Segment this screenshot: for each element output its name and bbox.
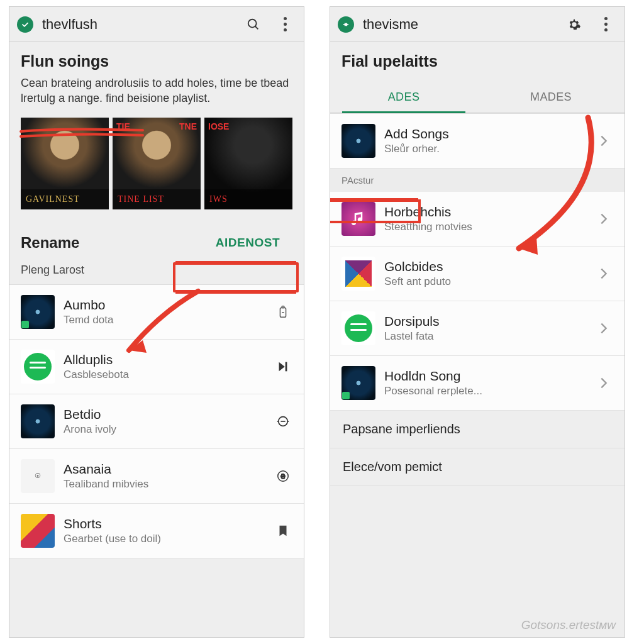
svg-line-1 [255, 26, 258, 29]
album-art-icon [341, 366, 375, 400]
page-heading: Fial upelaitts [341, 52, 613, 70]
app-icon [341, 257, 375, 291]
intro-heading: Flun soings [21, 52, 292, 70]
list-item-subtitle: Seft ant pduto [384, 275, 586, 288]
app-bar: thevisme [330, 7, 625, 42]
svg-marker-5 [279, 362, 285, 371]
list-item-title: Horbehchis [384, 204, 586, 219]
album-thumbnails: GAVILNEST TIE TNE TINE LIST IOSE IWS [9, 111, 304, 218]
footer-option[interactable]: Papsane imperliends [330, 411, 625, 448]
remove-icon[interactable] [274, 414, 292, 428]
intro-section: Flun soings Cean brateing androlusiis to… [9, 42, 304, 111]
bookmark-icon[interactable] [274, 524, 292, 538]
intro-body: Cean brateing androlusiis to add holes, … [21, 75, 292, 106]
list-item-title: Allduplis [64, 352, 265, 367]
rename-heading: Rename [21, 234, 79, 252]
list-item-subtitle: Lastel fata [384, 330, 586, 343]
app-title: thevisme [363, 16, 554, 33]
section-label: PAcstur [330, 169, 625, 192]
page-heading-section: Fial upelaitts [330, 42, 625, 80]
list-item-subtitle: Gearbet (use to doil) [64, 533, 265, 545]
album-art-icon [21, 404, 55, 438]
app-badge-icon [17, 16, 33, 33]
chevron-right-icon [594, 212, 613, 226]
list-item[interactable]: Horbehchis Steatthing motvies [330, 192, 625, 247]
album-art-icon [21, 295, 55, 329]
list-item-title: Shorts [64, 516, 265, 531]
footer-options: Papsane imperliends Elece/vom pemict [330, 411, 625, 486]
list-item-add-songs[interactable]: Add Songs Sleůr orher. [330, 114, 625, 169]
price-icon[interactable]: ₴ [274, 469, 292, 483]
chevron-right-icon [594, 134, 613, 148]
list-item[interactable]: Shorts Gearbet (use to doil) [9, 504, 304, 558]
list-item-title: Aumbo [64, 297, 265, 313]
list-item[interactable]: ⦿ Asanaia Tealiband mibvies ₴ [9, 449, 304, 504]
list-item-subtitle: Casblesebota [64, 369, 265, 381]
list-item[interactable]: Hodldn Song Posesonal rerplete... [330, 356, 625, 411]
chevron-right-icon [594, 267, 613, 280]
tab-mades[interactable]: MADES [477, 80, 625, 113]
list-item-subtitle: Posesonal rerplete... [384, 385, 586, 397]
battery-icon [274, 305, 292, 319]
list-item-subtitle: Arona ivoly [64, 423, 265, 436]
footer-option[interactable]: Elece/vom pemict [330, 448, 625, 486]
list-item[interactable]: Golcbides Seft ant pduto [330, 247, 625, 301]
app-title: thevlfush [42, 16, 233, 33]
list-item-subtitle: Sleůr orher. [384, 143, 586, 155]
overflow-menu-icon[interactable] [274, 13, 296, 36]
list-item-subtitle: Tealiband mibvies [64, 478, 265, 491]
album-thumb[interactable]: TIE TNE TINE LIST [113, 118, 201, 209]
list-item-title: Add Songs [384, 126, 586, 142]
list-item-title: Hodldn Song [384, 369, 586, 384]
album-thumb[interactable]: IOSE IWS [204, 118, 292, 209]
list-item-title: Dorsipuls [384, 314, 586, 329]
svg-rect-3 [282, 306, 284, 308]
overflow-menu-icon[interactable] [594, 13, 617, 36]
spotify-icon [21, 350, 55, 384]
album-thumb[interactable]: GAVILNEST [21, 118, 109, 209]
skip-next-icon[interactable] [274, 360, 292, 374]
chevron-right-icon [594, 376, 613, 390]
list-subheading: Pleng Larost [9, 262, 304, 284]
spotify-icon [341, 311, 375, 345]
list-item-subtitle: Steatthing motvies [384, 221, 586, 233]
app-bar: thevlfush [9, 7, 304, 42]
list-item[interactable]: Betdio Arona ivoly [9, 394, 304, 449]
list-item[interactable]: Allduplis Casblesebota [9, 340, 304, 394]
watermark: Gotsons.ertestмw [521, 618, 616, 632]
list-item[interactable]: Aumbo Temd dota [9, 285, 304, 340]
song-list: Aumbo Temd dota Allduplis Casblesebota B… [9, 284, 304, 558]
list-item-subtitle: Temd dota [64, 314, 265, 326]
right-screen: thevisme Fial upelaitts ADES MADES Add S… [330, 6, 625, 638]
svg-point-0 [248, 19, 257, 27]
list-item[interactable]: Dorsipuls Lastel fata [330, 301, 625, 356]
andenost-button[interactable]: AIDENOST [203, 230, 292, 256]
album-art-icon: ⦿ [21, 459, 55, 493]
settings-icon[interactable] [563, 13, 586, 36]
tab-bar: ADES MADES [330, 80, 625, 113]
chevron-right-icon [594, 321, 613, 335]
left-screen: thevlfush Flun soings Cean brateing andr… [9, 6, 304, 638]
list-item-title: Asanaia [64, 462, 265, 477]
album-art-icon [341, 124, 375, 158]
list-item-title: Betdio [64, 407, 265, 422]
svg-text:₴: ₴ [280, 472, 286, 479]
rename-row: Rename AIDENOST [9, 218, 304, 262]
music-app-icon [341, 202, 375, 236]
tab-ades[interactable]: ADES [330, 80, 477, 113]
app-badge-icon [338, 16, 354, 33]
svg-rect-6 [286, 362, 287, 371]
album-art-icon [21, 514, 55, 548]
list-item-title: Golcbides [384, 259, 586, 274]
content-list: Add Songs Sleůr orher. PAcstur Horbehchi… [330, 113, 625, 411]
search-icon[interactable] [242, 13, 265, 36]
